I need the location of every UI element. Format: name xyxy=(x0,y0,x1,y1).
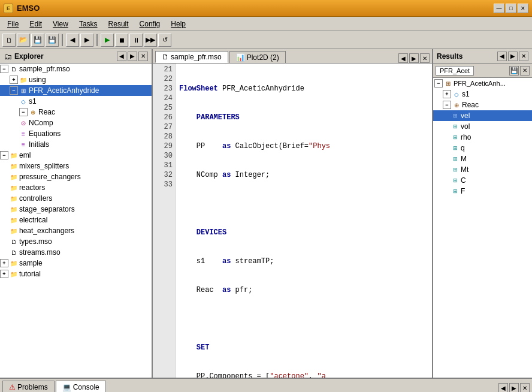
rtree-rho[interactable]: ⊞ rho xyxy=(433,132,532,143)
editor-area: 🗋 sample_pfr.mso 📊 Plot2D (2) ◀ ▶ ✕ 21 2… xyxy=(153,49,433,378)
tab-icon2: 📊 xyxy=(236,53,245,62)
results-nav: ◀ ▶ ✕ xyxy=(497,52,528,61)
expander[interactable]: − xyxy=(10,86,18,95)
rtree-F[interactable]: ⊞ F xyxy=(433,186,532,197)
tree-label: using xyxy=(29,76,46,84)
results-tab-pfr[interactable]: PFR_Acet xyxy=(436,66,474,76)
r-expander3[interactable]: − xyxy=(443,101,451,109)
eq-icon: ≡ xyxy=(19,129,28,138)
toolbar-save1[interactable]: 💾 xyxy=(31,34,44,47)
rtree-q[interactable]: ⊞ q xyxy=(433,143,532,153)
tree-item-mixers[interactable]: 📁 mixers_splitters xyxy=(0,161,152,171)
tree-item-eml[interactable]: − 📁 eml xyxy=(0,150,152,161)
tree-item-electrical[interactable]: 📁 electrical xyxy=(0,215,152,225)
tab-plot2d[interactable]: 📊 Plot2D (2) xyxy=(229,51,286,63)
minimize-button[interactable]: — xyxy=(494,4,504,13)
menu-help[interactable]: Help xyxy=(166,19,191,29)
menu-result[interactable]: Result xyxy=(104,19,134,29)
bottom-nav-fwd[interactable]: ▶ xyxy=(509,383,519,392)
toolbar-pause[interactable]: ⏸ xyxy=(129,34,143,47)
model-icon: ⊞ xyxy=(19,86,28,95)
rtree-Mt[interactable]: ⊞ Mt xyxy=(433,164,532,175)
r-expander2[interactable]: + xyxy=(443,90,451,98)
expander[interactable]: − xyxy=(0,65,8,73)
tree-item-stage-sep[interactable]: 📁 stage_separators xyxy=(0,204,152,215)
param-icon: ⊙ xyxy=(19,119,28,127)
tab-sample-pfr[interactable]: 🗋 sample_pfr.mso xyxy=(155,51,228,63)
results-nav-fwd[interactable]: ▶ xyxy=(508,52,518,61)
tree-label: s1 xyxy=(29,97,37,105)
expander[interactable]: − xyxy=(19,108,28,116)
menu-edit[interactable]: Edit xyxy=(25,19,47,29)
tree-item-s1[interactable]: ◇ s1 xyxy=(0,96,152,107)
editor-close[interactable]: ✕ xyxy=(420,53,430,63)
menu-tasks[interactable]: Tasks xyxy=(74,19,102,29)
bottom-close[interactable]: ✕ xyxy=(520,383,530,392)
rtree-M[interactable]: ⊞ M xyxy=(433,153,532,164)
tree-item-sample[interactable]: + 📁 sample xyxy=(0,258,152,269)
code-editor[interactable]: 21 22 23 24 25 26 27 28 29 30 31 32 33 F… xyxy=(153,64,432,378)
results-x[interactable]: ✕ xyxy=(520,66,530,76)
bottom-nav-back[interactable]: ◀ xyxy=(498,383,508,392)
menu-view[interactable]: View xyxy=(48,19,73,29)
tree-item-heat[interactable]: 📁 heat_exchangers xyxy=(0,225,152,236)
explorer-panel: 🗂 Explorer ◀ ▶ ✕ − 🗋 sample_pfr.mso + 📁 … xyxy=(0,49,153,378)
tree-item-equations[interactable]: ≡ Equations xyxy=(0,128,152,139)
toolbar-save2[interactable]: 💾 xyxy=(46,34,59,47)
explorer-header: 🗂 Explorer ◀ ▶ ✕ xyxy=(0,49,152,64)
toolbar-back[interactable]: ◀ xyxy=(66,34,79,47)
toolbar-run[interactable]: ▶ xyxy=(101,34,114,47)
tree-item-using[interactable]: + 📁 using xyxy=(0,74,152,85)
tree-item-types[interactable]: 🗋 types.mso xyxy=(0,236,152,247)
rtree-s1[interactable]: + ◇ s1 xyxy=(433,89,532,99)
results-nav-back[interactable]: ◀ xyxy=(497,52,507,61)
toolbar-refresh[interactable]: ↺ xyxy=(158,34,171,47)
results-close[interactable]: ✕ xyxy=(519,52,528,61)
tab-console[interactable]: 💻 Console xyxy=(56,381,106,392)
expander[interactable]: + xyxy=(0,270,8,278)
rtree-pfr-root[interactable]: − ⊞ PFR_AceticAnh... xyxy=(433,78,532,89)
tree-label: Initials xyxy=(29,140,49,149)
explorer-fwd[interactable]: ▶ xyxy=(128,52,137,61)
menu-file[interactable]: File xyxy=(2,19,23,29)
tree-item-tutorial[interactable]: + 📁 tutorial xyxy=(0,269,152,279)
tree-item-initials[interactable]: ≡ Initials xyxy=(0,139,152,150)
editor-nav-fwd[interactable]: ▶ xyxy=(409,53,419,63)
tree-item-pressure[interactable]: 📁 pressure_changers xyxy=(0,171,152,182)
maximize-button[interactable]: □ xyxy=(506,4,516,13)
tree-item-streams[interactable]: 🗋 streams.mso xyxy=(0,247,152,258)
tab-label: sample_pfr.mso xyxy=(171,53,222,61)
expander[interactable]: + xyxy=(0,259,8,267)
toolbar-open[interactable]: 📂 xyxy=(17,34,30,47)
tab-problems[interactable]: ⚠ Problems xyxy=(2,381,55,392)
toolbar-new[interactable]: 🗋 xyxy=(2,34,16,47)
explorer-back[interactable]: ◀ xyxy=(117,52,126,61)
folder-icon5: 📁 xyxy=(10,183,18,192)
rtree-vol[interactable]: ⊞ vol xyxy=(433,121,532,132)
block-icon: ⊕ xyxy=(29,108,37,116)
tree-item-reac[interactable]: − ⊕ Reac xyxy=(0,107,152,117)
tree-item-reactors[interactable]: 📁 reactors xyxy=(0,182,152,193)
editor-tabs: 🗋 sample_pfr.mso 📊 Plot2D (2) ◀ ▶ ✕ xyxy=(153,49,432,64)
folder-icon6: 📁 xyxy=(10,194,18,203)
tree-item-sample-pfr[interactable]: − 🗋 sample_pfr.mso xyxy=(0,64,152,74)
rtree-vel[interactable]: ⊞ vel xyxy=(433,110,532,121)
explorer-close[interactable]: ✕ xyxy=(138,52,148,61)
tree-item-pfr-acetic[interactable]: − ⊞ PFR_AceticAnhydride xyxy=(0,85,152,96)
toolbar-step[interactable]: ▶▶ xyxy=(144,34,157,47)
rtree-C[interactable]: ⊞ C xyxy=(433,175,532,186)
tree-item-controllers[interactable]: 📁 controllers xyxy=(0,193,152,204)
tree-label: PFR_AceticAnhydride xyxy=(29,86,99,95)
results-save[interactable]: 💾 xyxy=(509,66,519,76)
tree-item-ncomp[interactable]: ⊙ NComp xyxy=(0,117,152,128)
toolbar-fwd[interactable]: ▶ xyxy=(80,34,93,47)
close-button[interactable]: ✕ xyxy=(518,4,528,13)
expander[interactable]: − xyxy=(0,151,8,159)
menu-config[interactable]: Config xyxy=(135,19,165,29)
rtree-reac[interactable]: − ⊕ Reac xyxy=(433,99,532,110)
tree-label: NComp xyxy=(29,119,53,127)
editor-nav-back[interactable]: ◀ xyxy=(398,53,408,63)
toolbar-stop[interactable]: ⏹ xyxy=(115,34,128,47)
r-expander[interactable]: − xyxy=(434,79,443,88)
expander[interactable]: + xyxy=(10,76,18,84)
